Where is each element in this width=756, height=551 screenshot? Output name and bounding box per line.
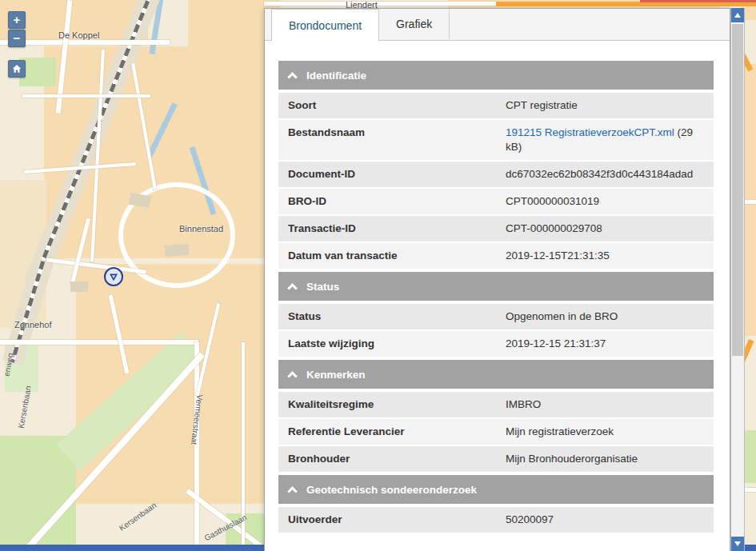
file-link[interactable]: 191215 RegistratieverzoekCPT.xml (506, 126, 674, 138)
table-row: Bestandsnaam191215 RegistratieverzoekCPT… (278, 120, 714, 160)
detail-section: Geotechnisch sondeeronderzoekUitvoerder5… (278, 475, 714, 533)
scroll-down-icon (734, 541, 741, 546)
table-row: Document-IDdc67032ec62b08342f3d0c443184a… (278, 162, 714, 187)
cpt-marker[interactable] (104, 267, 123, 286)
panel-scrollbar[interactable] (730, 8, 745, 551)
table-row: BronhouderMijn Bronhouderorganisatie (278, 446, 714, 472)
map-road (22, 94, 150, 98)
table-row: BRO-IDCPT000000031019 (278, 189, 714, 214)
tab-bar: BrondocumentGrafiek (265, 9, 730, 41)
scroll-up-icon (734, 13, 741, 18)
row-label: Laatste wijziging (278, 331, 496, 357)
row-label: BRO-ID (278, 189, 496, 214)
table-row: KwaliteitsregimeIMBRO (278, 392, 714, 417)
row-value: dc67032ec62b08342f3d0c443184adad (496, 162, 714, 187)
map-street-label: Kersenbaan (118, 501, 158, 533)
map-building (165, 244, 190, 257)
section-title: Geotechnisch sondeeronderzoek (306, 484, 477, 496)
scroll-up-button[interactable] (731, 8, 744, 22)
chevron-up-icon (287, 486, 298, 497)
row-label: Transactie-ID (278, 216, 496, 242)
section-header[interactable]: Identificatie (278, 61, 714, 90)
section-title: Status (306, 281, 339, 293)
section-rows: StatusOpgenomen in de BROLaatste wijzigi… (278, 304, 714, 357)
row-value: Mijn Bronhouderorganisatie (496, 446, 714, 472)
map-road (264, 2, 496, 6)
cpt-triangle-icon (109, 272, 118, 281)
zoom-in-button[interactable]: + (8, 11, 26, 29)
table-row: Transactie-IDCPT-000000029708 (278, 216, 714, 242)
home-button[interactable] (8, 60, 26, 78)
map-area-label: Zonnehof (14, 320, 51, 329)
section-title: Kenmerken (306, 369, 366, 381)
chevron-up-icon (287, 283, 298, 293)
section-rows: Uitvoerder50200097 (278, 507, 714, 533)
bro-map-viewer: LiendertDe KoppelBinnenstadZonnehofKerse… (0, 0, 756, 551)
detail-section: KenmerkenKwaliteitsregimeIMBROReferentie… (278, 360, 714, 472)
tab-brondocument[interactable]: Brondocument (271, 9, 379, 41)
detail-section: IdentificatieSoortCPT registratieBestand… (278, 61, 714, 269)
row-label: Datum van transactie (278, 243, 496, 269)
row-label: Document-ID (278, 162, 496, 187)
row-value: 2019-12-15 21:31:37 (496, 331, 714, 357)
section-header[interactable]: Status (278, 272, 714, 301)
row-value: CPT registratie (496, 93, 714, 118)
row-value: Opgenomen in de BRO (496, 304, 714, 329)
map-area-label: De Koppel (58, 30, 99, 40)
section-rows: KwaliteitsregimeIMBROReferentie Leveranc… (278, 392, 714, 472)
home-icon (11, 63, 22, 74)
table-row: Laatste wijziging2019-12-15 21:31:37 (278, 331, 714, 357)
row-label: Status (278, 304, 496, 329)
row-label: Referentie Leverancier (278, 419, 496, 445)
tab-grafiek[interactable]: Grafiek (379, 9, 450, 40)
map-road (194, 342, 199, 551)
row-value: 2019-12-15T21:31:35 (496, 243, 714, 269)
scrollbar-thumb[interactable] (732, 24, 743, 356)
chevron-up-icon (287, 72, 298, 82)
row-label: Kwaliteitsregime (278, 392, 496, 417)
map-road (744, 488, 756, 492)
row-label: Soort (278, 93, 496, 118)
row-label: Bestandsnaam (278, 120, 496, 160)
row-value: 191215 RegistratieverzoekCPT.xml (29 kB) (496, 120, 714, 160)
row-label: Bronhouder (278, 446, 496, 472)
detail-section: StatusStatusOpgenomen in de BROLaatste w… (278, 272, 714, 357)
zoom-out-button[interactable]: − (8, 30, 26, 47)
table-row: Datum van transactie2019-12-15T21:31:35 (278, 243, 714, 269)
section-title: Identificatie (306, 70, 366, 82)
row-value: CPT-000000029708 (496, 216, 714, 242)
row-value: IMBRO (496, 392, 714, 417)
section-header[interactable]: Kenmerken (278, 360, 714, 389)
table-row: Referentie LeverancierMijn registratieve… (278, 419, 714, 445)
table-row: StatusOpgenomen in de BRO (278, 304, 714, 329)
table-row: SoortCPT registratie (278, 93, 714, 118)
map-area-label: Binnenstad (179, 224, 223, 234)
panel-content: IdentificatieSoortCPT registratieBestand… (265, 41, 730, 533)
row-value: Mijn registratieverzoek (496, 419, 714, 445)
scroll-down-button[interactable] (731, 537, 744, 551)
row-label: Uitvoerder (278, 507, 496, 533)
row-value: 50200097 (496, 507, 714, 533)
table-row: Uitvoerder50200097 (278, 507, 714, 533)
section-rows: SoortCPT registratieBestandsnaam191215 R… (278, 93, 714, 269)
map-road (0, 340, 198, 345)
row-value: CPT000000031019 (496, 189, 714, 214)
chevron-up-icon (287, 371, 298, 381)
map-building (70, 281, 88, 292)
section-header[interactable]: Geotechnisch sondeeronderzoek (278, 475, 714, 504)
map-road-primary (640, 0, 756, 2)
detail-panel: BrondocumentGrafiek IdentificatieSoortCP… (264, 8, 730, 551)
